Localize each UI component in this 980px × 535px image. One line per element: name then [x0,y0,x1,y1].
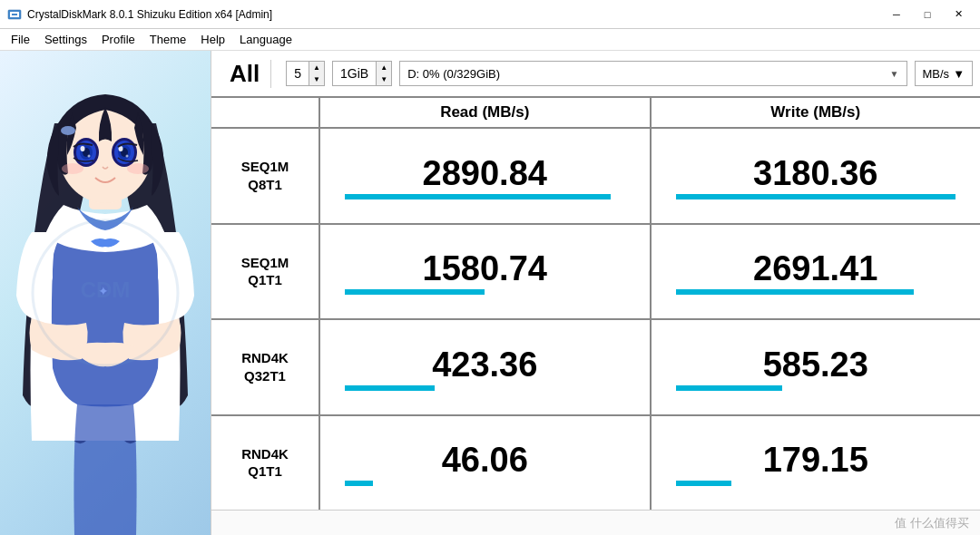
menu-item-help[interactable]: Help [193,31,232,48]
bottom-bar: 值 什么值得买 [211,510,980,535]
title-bar-controls: ─ □ ✕ [882,5,973,24]
row-label-3: RND4KQ1T1 [211,416,320,511]
read-bar-container-1 [345,289,624,295]
col-read-header: Read (MB/s) [320,98,652,127]
count-down-arrow[interactable]: ▼ [309,73,324,85]
main-content: ✦ CDM All 5 ▲ ▼ [0,51,980,535]
write-value-2: 585.23 [763,347,868,382]
menu-item-language[interactable]: Language [232,31,299,48]
svg-point-18 [127,163,149,174]
count-value: 5 [287,66,309,81]
row-write-2: 585.23 [652,320,981,414]
row-label-0: SEQ1MQ8T1 [211,129,320,223]
write-bar-container-2 [676,385,956,391]
benchmark-area: All 5 ▲ ▼ 1GiB ▲ ▼ D: 0% (0/329GiB) [211,51,980,535]
unit-select[interactable]: MB/s ▼ [915,61,974,86]
read-value-0: 2890.84 [423,156,547,190]
svg-point-20 [61,126,75,135]
column-headers: Read (MB/s) Write (MB/s) [211,98,980,129]
read-bar-container-0 [345,194,624,199]
character-area: ✦ CDM [0,51,211,535]
row-write-3: 179.15 [652,416,981,511]
read-value-2: 423.36 [432,347,537,382]
data-row-1: SEQ1MQ1T1 1580.74 2691.41 [211,225,980,321]
data-rows: SEQ1MQ8T1 2890.84 3180.36 SEQ1MQ1T1 1580… [211,129,980,510]
write-bar-0 [676,194,956,199]
col-empty [211,98,320,127]
watermark-circle: CDM [24,211,187,374]
svg-point-10 [88,155,91,158]
row-read-3: 46.06 [320,416,652,511]
read-bar-1 [345,289,485,295]
read-bar-2 [345,385,435,391]
menu-item-settings[interactable]: Settings [37,31,94,48]
data-row-0: SEQ1MQ8T1 2890.84 3180.36 [211,129,980,225]
col-write-header: Write (MB/s) [652,98,981,127]
watermark-text: 值 什么值得买 [895,515,969,531]
write-value-1: 2691.41 [753,251,877,286]
close-button[interactable]: ✕ [944,5,973,24]
read-bar-container-3 [345,481,624,486]
title-bar-left: CrystalDiskMark 8.0.1 Shizuku Edition x6… [7,7,272,22]
data-row-2: RND4KQ32T1 423.36 585.23 [211,320,980,416]
drive-select[interactable]: D: 0% (0/329GiB) ▼ [399,61,906,86]
data-row-3: RND4KQ1T1 46.06 179.15 [211,416,980,511]
unit-dropdown-arrow: ▼ [953,67,965,81]
menu-item-theme[interactable]: Theme [142,31,193,48]
write-bar-container-0 [676,194,956,199]
svg-point-9 [81,146,85,151]
write-bar-2 [676,385,782,391]
size-value: 1GiB [333,66,376,81]
minimize-button[interactable]: ─ [882,5,911,24]
size-arrows: ▲ ▼ [376,62,391,85]
row-write-0: 3180.36 [652,129,981,223]
write-bar-container-3 [676,481,956,486]
read-bar-0 [345,194,611,199]
read-value-3: 46.06 [442,443,528,477]
count-arrows: ▲ ▼ [309,62,324,85]
row-write-1: 2691.41 [652,225,981,319]
title-bar: CrystalDiskMark 8.0.1 Shizuku Edition x6… [0,0,980,29]
row-read-1: 1580.74 [320,225,652,319]
row-label-2: RND4KQ32T1 [211,320,320,414]
write-bar-3 [676,481,732,486]
window-title: CrystalDiskMark 8.0.1 Shizuku Edition x6… [27,8,272,21]
read-bar-3 [345,481,373,486]
svg-text:CDM: CDM [81,277,131,302]
all-label[interactable]: All [219,60,271,88]
svg-rect-2 [12,14,17,15]
maximize-button[interactable]: □ [913,5,942,24]
write-bar-container-1 [676,289,956,295]
read-bar-container-2 [345,385,624,391]
count-control[interactable]: 5 ▲ ▼ [286,61,325,86]
menu-item-profile[interactable]: Profile [94,31,142,48]
drive-dropdown-arrow: ▼ [890,69,899,79]
svg-point-16 [126,155,129,158]
svg-point-17 [62,163,83,174]
row-label-1: SEQ1MQ1T1 [211,225,320,319]
size-control[interactable]: 1GiB ▲ ▼ [332,61,392,86]
write-value-3: 179.15 [763,443,868,477]
size-up-arrow[interactable]: ▲ [377,62,391,73]
drive-value: D: 0% (0/329GiB) [407,67,889,81]
row-read-2: 423.36 [320,320,652,414]
row-read-0: 2890.84 [320,129,652,223]
controls-row: All 5 ▲ ▼ 1GiB ▲ ▼ D: 0% (0/329GiB) [211,51,980,98]
count-up-arrow[interactable]: ▲ [309,62,324,73]
read-value-1: 1580.74 [423,251,547,286]
size-down-arrow[interactable]: ▼ [377,73,391,85]
menu-item-file[interactable]: File [4,31,37,48]
menu-bar: FileSettingsProfileThemeHelpLanguage [0,29,980,51]
unit-value: MB/s [923,67,950,81]
write-value-0: 3180.36 [753,156,877,190]
write-bar-1 [676,289,914,295]
app-icon [7,7,22,22]
